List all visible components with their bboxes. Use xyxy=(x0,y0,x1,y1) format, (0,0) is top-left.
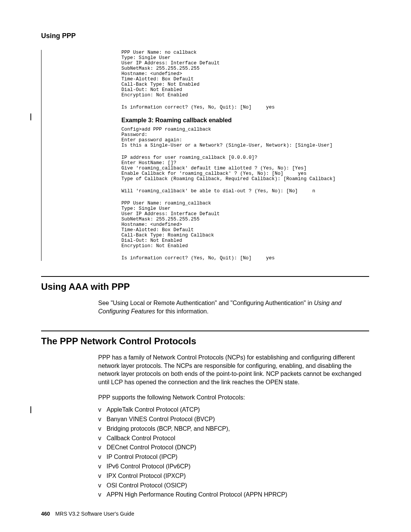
code-example2-block2: Is information correct? (Yes, No, Quit):… xyxy=(121,105,369,110)
text-span: for this information. xyxy=(155,308,209,315)
page-content: Using PPP PPP User Name: no callback Typ… xyxy=(0,0,411,515)
list-item: IP Control Protocol (IPCP) xyxy=(98,452,369,462)
ncp-bullet-list: AppleTalk Control Protocol (ATCP)Banyan … xyxy=(98,405,369,500)
heading-ncp: The PPP Network Control Protocols xyxy=(41,336,369,347)
list-item: Callback Control Protocol xyxy=(98,434,369,443)
code-example3-block2: IP address for user roaming_callback [0.… xyxy=(121,155,369,182)
page-footer: 460MRS V3.2 Software User's Guide xyxy=(41,511,134,517)
heading-aaa: Using AAA with PPP xyxy=(41,281,369,292)
code-example3-block5: Is information correct? (Yes, No, Quit):… xyxy=(121,256,369,261)
change-bar-section: PPP User Name: no callback Type: Single … xyxy=(41,50,369,261)
revision-bar xyxy=(30,113,31,120)
section-divider xyxy=(41,331,369,331)
list-item: Banyan VINES Control Protocol (BVCP) xyxy=(98,415,369,424)
footer-title: MRS V3.2 Software User's Guide xyxy=(55,511,134,517)
list-item: IPv6 Control Protocol (IPv6CP) xyxy=(98,462,369,471)
list-item: IPX Control Protocol (IPXCP) xyxy=(98,471,369,481)
code-example2-block1: PPP User Name: no callback Type: Single … xyxy=(121,50,369,98)
code-example3-block4: PPP User Name: roaming_callback Type: Si… xyxy=(121,201,369,249)
paragraph-aaa: See "Using Local or Remote Authenticatio… xyxy=(98,299,369,315)
revision-bar xyxy=(30,406,31,413)
running-header: Using PPP xyxy=(41,32,369,40)
code-example3-block1: Config>add PPP roaming_callback Password… xyxy=(121,127,369,148)
code-example3-block3: Will 'roaming_callback' be able to dial-… xyxy=(121,189,369,194)
page-number: 460 xyxy=(41,511,50,517)
paragraph-ncp-2: PPP supports the following Network Contr… xyxy=(98,393,369,402)
list-item: AppleTalk Control Protocol (ATCP) xyxy=(98,405,369,415)
example3-title: Example 3: Roaming callback enabled xyxy=(121,117,369,124)
list-item: DECnet Control Protocol (DNCP) xyxy=(98,443,369,452)
section-divider xyxy=(41,276,369,277)
list-item: OSI Control Protocol (OSICP) xyxy=(98,481,369,490)
list-item: Bridging protocols (BCP, NBCP, and NBFCP… xyxy=(98,424,369,434)
text-span: See "Using Local or Remote Authenticatio… xyxy=(98,300,314,306)
paragraph-ncp-1: PPP has a family of Network Control Prot… xyxy=(98,353,369,386)
list-item: APPN High Performance Routing Control Pr… xyxy=(98,490,369,500)
